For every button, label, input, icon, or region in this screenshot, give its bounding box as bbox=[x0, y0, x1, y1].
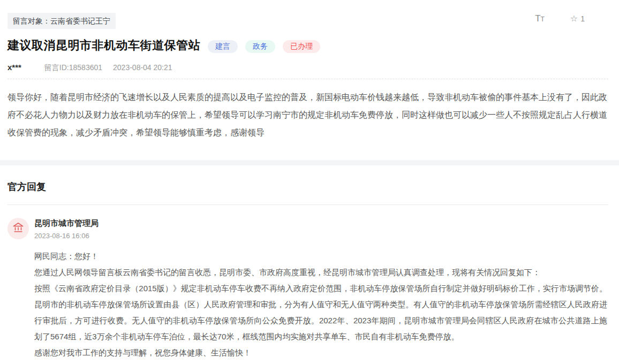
badge-suggestion: 建言 bbox=[208, 40, 238, 53]
favorite-button[interactable]: ☆ 1 bbox=[570, 14, 585, 23]
dashed-divider bbox=[7, 79, 608, 79]
reply-paragraph: 按照《云南省政府定价目录（2015版）》规定非机动车停车收费不再纳入政府定价范围… bbox=[34, 280, 607, 345]
star-icon: ☆ bbox=[570, 14, 578, 23]
reply-paragraph: 您通过人民网领导留言板云南省委书记的留言收悉，昆明市委、市政府高度重视，经昆明市… bbox=[34, 264, 607, 280]
title-row: 建议取消昆明市非机动车街道保管站 建言 政务 已办理 bbox=[7, 37, 608, 54]
badge-government-affairs: 政务 bbox=[245, 40, 275, 53]
reply-text: 网民同志：您好！ 您通过人民网领导留言板云南省委书记的留言收悉，昆明市委、市政府… bbox=[34, 248, 607, 361]
reply-item: 昆明市城市管理局 2023-08-16 16:06 网民同志：您好！ 您通过人民… bbox=[7, 218, 608, 361]
agency-name: 昆明市城市管理局 bbox=[34, 218, 607, 229]
reply-content: 昆明市城市管理局 2023-08-16 16:06 网民同志：您好！ 您通过人民… bbox=[34, 218, 608, 361]
reply-paragraph: 感谢您对我市工作的支持与理解，祝您身体健康、生活愉快！ bbox=[34, 345, 607, 361]
font-size-toggle-button[interactable]: TT bbox=[535, 14, 545, 23]
reply-date: 2023-08-16 16:06 bbox=[34, 232, 607, 240]
reply-paragraph: 网民同志：您好！ bbox=[34, 248, 607, 264]
bank-building-icon bbox=[12, 222, 24, 236]
official-reply-heading: 官方回复 bbox=[7, 180, 608, 193]
message-id: 留言ID:18583601 bbox=[44, 63, 102, 73]
message-body: 领导你好，随着昆明市经济的飞速增长以及人民素质的提高以及电子监控的普及，新国标电… bbox=[7, 88, 608, 141]
post-date: 2023-08-04 20:21 bbox=[113, 63, 172, 72]
page-header: 留言对象：云南省委书记王宁 TT ☆ 1 bbox=[7, 13, 608, 29]
header-actions: TT ☆ 1 bbox=[535, 14, 585, 23]
message-target-tag: 留言对象：云南省委书记王宁 bbox=[7, 13, 116, 29]
agency-avatar bbox=[7, 218, 29, 239]
font-size-icon: T bbox=[535, 13, 540, 24]
message-detail-page: 留言对象：云南省委书记王宁 TT ☆ 1 建议取消昆明市非机动车街道保管站 建言… bbox=[0, 0, 619, 361]
section-divider-band bbox=[0, 160, 619, 165]
favorite-count: 1 bbox=[580, 14, 585, 23]
official-reply-section: 官方回复 昆明市城市管理局 2023-08-16 16:06 bbox=[7, 180, 608, 361]
reply-divider bbox=[7, 204, 608, 205]
post-title: 建议取消昆明市非机动车街道保管站 bbox=[7, 37, 200, 54]
badge-status-handled: 已办理 bbox=[283, 40, 320, 53]
post-meta-row: x*** 留言ID:18583601 2023-08-04 20:21 bbox=[7, 63, 608, 73]
author-name: x*** bbox=[7, 63, 21, 72]
